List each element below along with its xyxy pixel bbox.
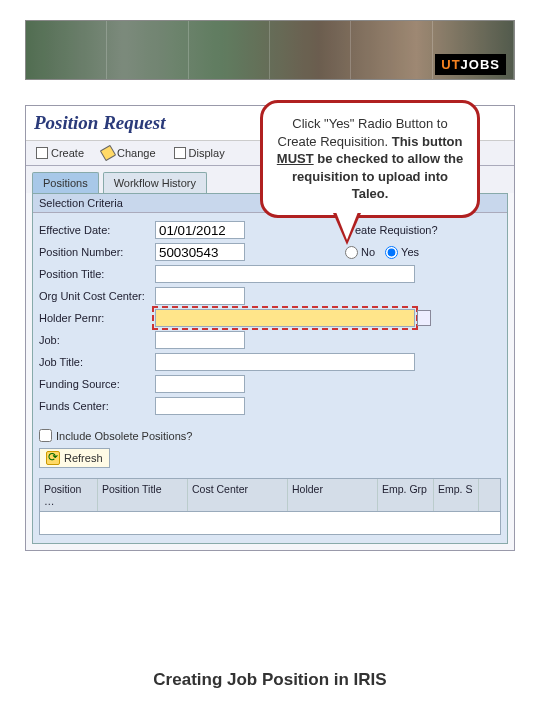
create-icon <box>36 147 48 159</box>
instruction-callout: Click "Yes" Radio Button to Create Requi… <box>260 100 480 218</box>
col-emp-s[interactable]: Emp. S <box>434 479 479 511</box>
col-emp-grp[interactable]: Emp. Grp <box>378 479 434 511</box>
job-title-label: Job Title: <box>39 356 155 368</box>
change-icon <box>100 145 116 161</box>
holder-pernr-label: Holder Pernr: <box>39 312 155 324</box>
create-button[interactable]: Create <box>32 145 88 161</box>
job-label: Job: <box>39 334 155 346</box>
col-cost-center[interactable]: Cost Center <box>188 479 288 511</box>
funds-center-label: Funds Center: <box>39 400 155 412</box>
grid-body <box>40 512 500 534</box>
col-position[interactable]: Position … <box>40 479 98 511</box>
job-input[interactable] <box>155 331 245 349</box>
refresh-button[interactable]: Refresh <box>39 448 110 468</box>
holder-pernr-input[interactable] <box>155 309 415 327</box>
display-icon <box>174 147 186 159</box>
funds-center-input[interactable] <box>155 397 245 415</box>
position-number-label: Position Number: <box>39 246 155 258</box>
position-number-input[interactable] <box>155 243 245 261</box>
display-button[interactable]: Display <box>170 145 229 161</box>
col-holder[interactable]: Holder <box>288 479 378 511</box>
org-unit-label: Org Unit Cost Center: <box>39 290 155 302</box>
slide-caption: Creating Job Position in IRIS <box>0 670 540 690</box>
lookup-icon[interactable] <box>417 310 431 326</box>
position-title-input[interactable] <box>155 265 415 283</box>
funding-source-label: Funding Source: <box>39 378 155 390</box>
tab-workflow[interactable]: Workflow History <box>103 172 207 193</box>
obsolete-checkbox[interactable] <box>39 429 52 442</box>
results-grid: Position … Position Title Cost Center Ho… <box>39 478 501 535</box>
radio-yes[interactable]: Yes <box>385 246 419 259</box>
header-banner: UTJOBS <box>25 20 515 80</box>
org-unit-input[interactable] <box>155 287 245 305</box>
effective-date-label: Effective Date: <box>39 224 155 236</box>
refresh-icon <box>46 451 60 465</box>
job-title-input[interactable] <box>155 353 415 371</box>
funding-source-input[interactable] <box>155 375 245 393</box>
col-position-title[interactable]: Position Title <box>98 479 188 511</box>
position-title-label: Position Title: <box>39 268 155 280</box>
tab-positions[interactable]: Positions <box>32 172 99 193</box>
radio-no[interactable]: No <box>345 246 375 259</box>
ut-jobs-logo: UTJOBS <box>435 54 506 75</box>
selection-panel: Selection Criteria Effective Date: eate … <box>32 193 508 544</box>
change-button[interactable]: Change <box>98 145 160 161</box>
create-requisition-label: eate Requistion? <box>355 224 438 236</box>
obsolete-label: Include Obsolete Positions? <box>56 430 192 442</box>
effective-date-input[interactable] <box>155 221 245 239</box>
